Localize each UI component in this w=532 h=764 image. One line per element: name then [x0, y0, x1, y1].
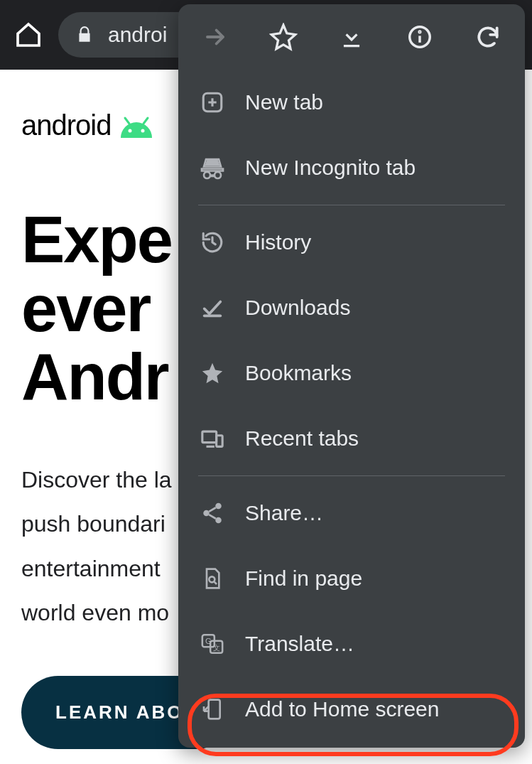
download-icon [338, 23, 365, 50]
menu-item-incognito[interactable]: New Incognito tab [178, 135, 525, 200]
menu-label: New tab [245, 90, 323, 114]
svg-point-2 [129, 129, 132, 132]
menu-divider [198, 205, 505, 205]
menu-item-add-to-home[interactable]: Add to Home screen [178, 677, 525, 742]
url-text: androi [108, 23, 167, 47]
star-outline-icon [269, 23, 298, 51]
menu-item-bookmarks[interactable]: Bookmarks [178, 340, 525, 406]
refresh-icon [474, 23, 501, 50]
android-robot-icon [118, 115, 153, 136]
svg-text:G: G [205, 637, 212, 645]
svg-point-10 [215, 503, 222, 510]
info-icon [406, 23, 433, 50]
svg-rect-8 [202, 431, 217, 443]
menu-label: Find in page [245, 566, 362, 591]
svg-point-3 [141, 129, 145, 132]
menu-item-translate[interactable]: G文 Translate… [178, 611, 525, 677]
checkmark-icon [200, 295, 225, 321]
add-to-home-icon [200, 696, 225, 722]
svg-text:文: 文 [213, 644, 220, 652]
share-icon [200, 500, 225, 526]
menu-label: New Incognito tab [245, 156, 416, 180]
svg-line-1 [143, 118, 148, 124]
menu-item-downloads[interactable]: Downloads [178, 275, 525, 340]
page-info-button[interactable] [404, 21, 435, 53]
svg-rect-9 [217, 436, 223, 447]
menu-label: Recent tabs [245, 426, 359, 451]
lock-icon [75, 24, 94, 45]
menu-label: Add to Home screen [245, 697, 439, 721]
devices-icon [200, 426, 225, 451]
find-in-page-icon [200, 566, 225, 591]
browser-menu: New tab New Incognito tab History Downlo… [178, 4, 525, 748]
menu-item-recent-tabs[interactable]: Recent tabs [178, 406, 525, 471]
menu-item-share[interactable]: Share… [178, 480, 525, 546]
svg-point-6 [419, 31, 420, 33]
menu-toolbar-row [178, 4, 525, 70]
svg-rect-18 [209, 700, 220, 719]
bookmark-star-button[interactable] [268, 21, 299, 53]
menu-divider [198, 475, 505, 476]
translate-icon: G文 [200, 631, 225, 657]
svg-point-12 [215, 517, 222, 524]
menu-label: Share… [245, 501, 323, 525]
menu-item-new-tab[interactable]: New tab [178, 70, 525, 135]
home-button[interactable] [13, 19, 44, 50]
menu-label: Downloads [245, 296, 350, 320]
menu-item-find-in-page[interactable]: Find in page [178, 546, 525, 611]
menu-label: History [245, 230, 311, 254]
plus-box-icon [200, 90, 225, 115]
star-icon [200, 360, 225, 386]
menu-label: Bookmarks [245, 361, 352, 385]
svg-point-11 [203, 510, 210, 517]
incognito-icon [200, 155, 225, 181]
svg-point-13 [209, 576, 215, 582]
svg-line-0 [125, 118, 129, 124]
download-button[interactable] [336, 21, 367, 53]
home-icon [14, 21, 43, 49]
android-wordmark: android [21, 109, 111, 141]
reload-button[interactable] [472, 21, 504, 53]
menu-list: New tab New Incognito tab History Downlo… [178, 70, 525, 742]
menu-label: Translate… [245, 632, 354, 656]
history-icon [200, 230, 225, 255]
menu-item-history[interactable]: History [178, 210, 525, 275]
arrow-forward-icon [202, 23, 229, 50]
forward-button[interactable] [200, 21, 231, 53]
